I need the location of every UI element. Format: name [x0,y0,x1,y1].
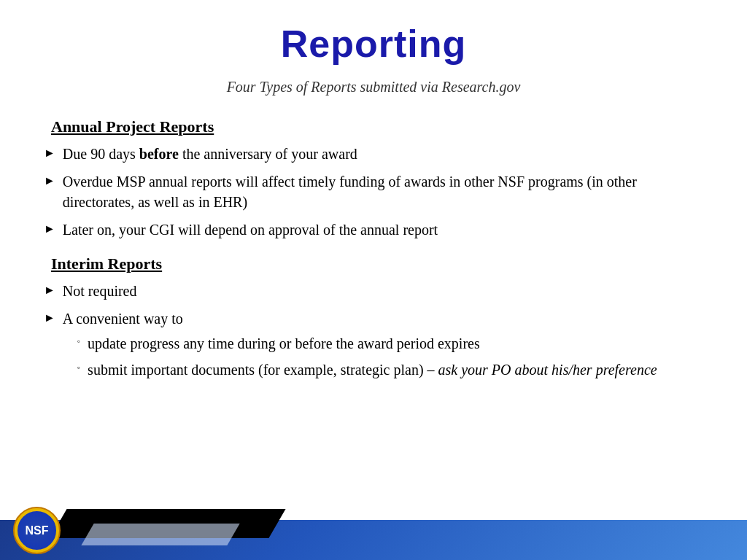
sub-bullet-text: submit important documents (for example,… [88,359,657,380]
bold-before: before [139,146,179,162]
bullet-arrow: ► [44,145,55,161]
bullet-arrow: ► [44,173,55,189]
bullet-text: Later on, your CGI will depend on approv… [63,219,703,240]
sub-list-item: ◦ submit important documents (for exampl… [77,359,703,380]
annual-bullet-list: ► Due 90 days before the anniversary of … [44,144,703,240]
bullet-arrow: ► [44,282,55,298]
bullet-arrow: ► [44,221,55,237]
interim-heading: Interim Reports [51,254,703,273]
sub-list-item: ◦ update progress any time during or bef… [77,333,703,354]
annual-section: Annual Project Reports ► Due 90 days bef… [44,117,703,240]
list-item: ► A convenient way to ◦ update progress … [44,308,703,386]
main-title: Reporting [44,22,703,66]
sub-bullet-list: ◦ update progress any time during or bef… [77,333,703,380]
bullet-text: Overdue MSP annual reports will affect t… [63,171,703,212]
bottom-decoration: NSF [0,494,747,560]
nsf-logo: NSF [13,507,61,554]
interim-bullet-list: ► Not required ► A convenient way to ◦ u… [44,281,703,386]
sub-bullet-circle: ◦ [77,362,80,374]
list-item: ► Due 90 days before the anniversary of … [44,144,703,164]
white-diagonal [81,524,239,545]
interim-section: Interim Reports ► Not required ► A conve… [44,254,703,386]
sub-bullet-text: update progress any time during or befor… [88,333,480,354]
annual-heading: Annual Project Reports [51,117,703,136]
sub-bullet-circle: ◦ [77,335,80,348]
nsf-logo-inner: NSF [17,510,57,551]
list-item: ► Not required [44,281,703,301]
bullet-text: Not required [63,281,703,301]
italic-text: ask your PO about his/her preference [438,362,657,378]
list-item: ► Overdue MSP annual reports will affect… [44,171,703,212]
bullet-text: A convenient way to ◦ update progress an… [63,308,703,386]
bullet-text: Due 90 days before the anniversary of yo… [63,144,703,164]
list-item: ► Later on, your CGI will depend on appr… [44,219,703,240]
bullet-arrow: ► [44,310,55,326]
slide-container: Reporting Four Types of Reports submitte… [0,0,747,560]
nsf-text: NSF [26,524,49,537]
subtitle: Four Types of Reports submitted via Rese… [44,79,703,96]
